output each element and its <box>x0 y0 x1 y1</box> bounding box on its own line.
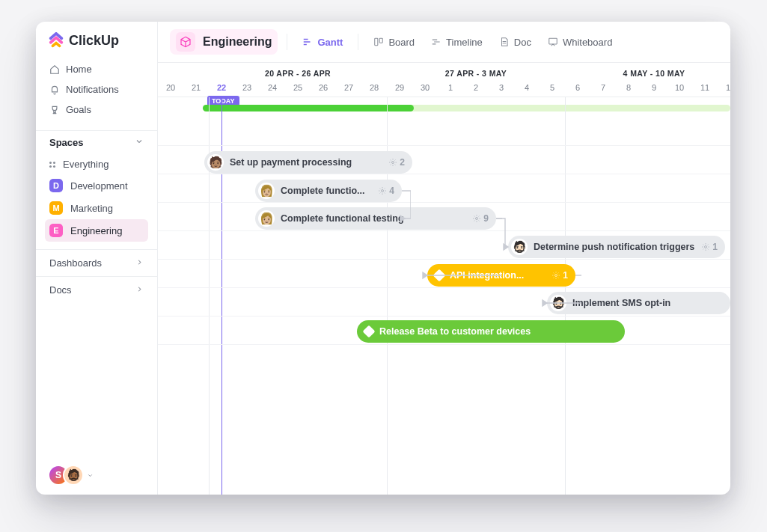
subtask-count[interactable]: 4 <box>378 186 394 196</box>
day-cell[interactable]: 28 <box>361 81 387 97</box>
clickup-icon <box>48 32 64 49</box>
gantt-task[interactable]: 🧔🏻Determine push notification triggers1 <box>508 236 725 258</box>
space-engineering[interactable]: E Engineering <box>45 219 148 242</box>
day-cell[interactable]: 26 <box>311 81 336 97</box>
day-cell[interactable]: 6 <box>565 81 590 97</box>
view-gantt[interactable]: Gantt <box>296 34 349 51</box>
divider <box>287 34 287 50</box>
assignee-avatar[interactable]: 🧔🏻 <box>511 239 528 255</box>
view-label: Gantt <box>317 37 343 48</box>
space-marketing[interactable]: M Marketing <box>45 197 148 219</box>
space-everything[interactable]: Everything <box>45 154 148 174</box>
whiteboard-icon <box>548 37 558 47</box>
day-cell[interactable]: 1 <box>438 81 463 97</box>
view-label: Board <box>388 37 415 48</box>
gantt-body[interactable]: 🧑🏽Set up payment processing2👩🏼Complete f… <box>158 97 730 495</box>
primary-nav: Home Notifications Goals <box>36 56 157 126</box>
section-label: Docs <box>49 284 72 296</box>
day-cell[interactable]: 27 <box>336 81 361 97</box>
gridline-horizontal <box>158 230 730 231</box>
day-cell[interactable]: 23 <box>234 81 260 97</box>
milestone-icon <box>363 325 376 338</box>
workspace-chip[interactable]: Engineering <box>170 29 278 55</box>
subtask-count[interactable]: 9 <box>472 213 489 224</box>
doc-icon <box>499 37 510 47</box>
assignee-avatar[interactable]: 🧔🏻 <box>550 295 566 311</box>
day-cell[interactable]: 11 <box>692 81 718 97</box>
svg-rect-2 <box>549 38 557 44</box>
assignee-avatar[interactable]: 👩🏼 <box>258 210 275 227</box>
caret-down-icon[interactable] <box>87 468 94 482</box>
gridline-horizontal <box>158 259 730 260</box>
spaces-header[interactable]: Spaces <box>36 130 157 153</box>
day-cell[interactable]: 29 <box>387 81 412 97</box>
space-badge: D <box>49 179 63 192</box>
gantt-task[interactable]: 👩🏼Complete functio...4 <box>255 180 402 202</box>
nav-label: Goals <box>66 104 91 115</box>
view-doc[interactable]: Doc <box>493 34 537 51</box>
nav-label: Notifications <box>66 84 119 95</box>
bell-icon <box>49 85 60 95</box>
chevron-right-icon <box>135 284 144 296</box>
timeline-header: 20 APR - 26 APR27 APR - 3 MAY4 MAY - 10 … <box>158 63 730 97</box>
space-badge: E <box>49 224 63 237</box>
spaces-label: Spaces <box>49 137 84 148</box>
space-list: Everything D Development M Marketing E E… <box>36 153 157 249</box>
gantt-task[interactable]: Release Beta to customer devices <box>357 320 625 343</box>
nav-notifications[interactable]: Notifications <box>45 79 148 100</box>
view-board[interactable]: Board <box>367 34 421 51</box>
day-cell[interactable]: 24 <box>260 81 285 97</box>
day-cell[interactable]: 30 <box>412 81 438 97</box>
gantt-task[interactable]: 🧑🏽Set up payment processing2 <box>204 151 412 174</box>
day-cell[interactable]: 7 <box>590 81 616 97</box>
task-label: Implement SMS opt-in <box>572 298 723 308</box>
view-whiteboard[interactable]: Whiteboard <box>542 34 618 51</box>
task-label: Complete functional testing <box>281 213 466 224</box>
assignee-avatar[interactable]: 🧑🏽 <box>207 154 224 171</box>
chevron-down-icon[interactable] <box>135 137 144 148</box>
gridline-horizontal <box>158 287 730 288</box>
day-cell[interactable]: 20 <box>158 81 183 97</box>
gantt-task[interactable]: API integration...1 <box>427 264 575 287</box>
sidebar: ClickUp Home Notifications Goals Spaces <box>36 22 158 495</box>
view-label: Doc <box>514 37 531 48</box>
day-cell[interactable]: 2 <box>463 81 489 97</box>
day-cell[interactable]: 21 <box>183 81 209 97</box>
day-cell[interactable]: 12 <box>718 81 730 97</box>
milestone-icon <box>433 269 446 282</box>
week-row: 20 APR - 26 APR27 APR - 3 MAY4 MAY - 10 … <box>158 63 730 81</box>
trophy-icon <box>49 105 60 115</box>
subtask-count[interactable]: 1 <box>551 270 568 281</box>
cube-icon <box>176 32 195 52</box>
day-cell[interactable]: 25 <box>285 81 311 97</box>
nav-goals[interactable]: Goals <box>45 100 148 120</box>
subtask-count[interactable]: 1 <box>701 242 718 252</box>
day-cell[interactable]: 3 <box>489 81 514 97</box>
nav-home[interactable]: Home <box>45 59 148 79</box>
sidebar-docs[interactable]: Docs <box>36 276 157 303</box>
space-label: Marketing <box>70 203 113 214</box>
day-cell[interactable]: 5 <box>540 81 565 97</box>
subtask-count[interactable]: 2 <box>388 157 405 168</box>
day-cell[interactable]: 8 <box>616 81 641 97</box>
day-cell[interactable]: 9 <box>641 81 667 97</box>
space-development[interactable]: D Development <box>45 174 148 197</box>
nav-label: Home <box>66 64 92 75</box>
week-label: 4 MAY - 10 MAY <box>565 63 730 81</box>
workspace-name: Engineering <box>203 35 272 49</box>
gridline-horizontal <box>158 202 730 203</box>
sidebar-dashboards[interactable]: Dashboards <box>36 249 157 276</box>
day-cell[interactable]: 10 <box>667 81 692 97</box>
brand-logo[interactable]: ClickUp <box>36 22 157 56</box>
day-cell[interactable]: 22 <box>209 81 234 97</box>
gantt-task[interactable]: 👩🏼Complete functional testing9 <box>255 207 496 230</box>
home-icon <box>49 64 60 75</box>
avatar[interactable]: 🧔🏾 <box>63 465 84 486</box>
day-cell[interactable]: 4 <box>514 81 540 97</box>
chevron-right-icon <box>135 257 144 269</box>
board-icon <box>373 37 384 47</box>
divider <box>358 34 358 50</box>
view-timeline[interactable]: Timeline <box>425 34 489 51</box>
assignee-avatar[interactable]: 👩🏼 <box>258 183 275 199</box>
gantt-task[interactable]: 🧔🏻Implement SMS opt-in <box>547 292 730 314</box>
